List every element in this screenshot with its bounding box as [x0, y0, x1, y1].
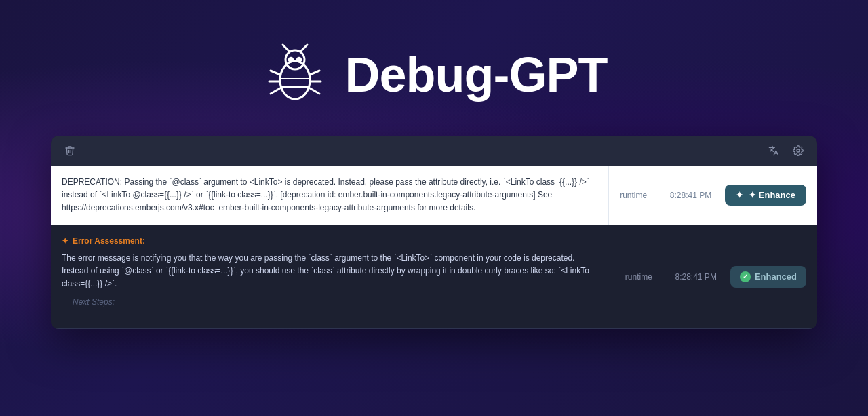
- error-assessment-label: Error Assessment:: [73, 235, 145, 248]
- page-content: Debug-GPT: [0, 0, 868, 416]
- check-icon: ✓: [740, 271, 751, 282]
- panel-toolbar: [51, 136, 817, 166]
- meta-tag-1: runtime: [620, 191, 647, 200]
- assessment-text: The error message is notifying you that …: [62, 253, 589, 288]
- svg-line-4: [271, 71, 280, 75]
- sparkle-icon: ✦: [736, 190, 743, 200]
- next-steps-label: Next Steps:: [73, 297, 115, 307]
- bug-icon: [261, 41, 329, 109]
- toolbar-right: [766, 143, 806, 159]
- enhanced-badge: ✓ Enhanced: [730, 266, 806, 288]
- svg-point-13: [297, 58, 301, 62]
- meta-time-1: 8:28:41 PM: [660, 191, 711, 200]
- svg-point-0: [280, 61, 310, 99]
- hero-title: Debug-GPT: [345, 50, 608, 99]
- console-meta-2: runtime 8:28:41 PM ✓ Enhanced: [614, 225, 817, 328]
- assessment-sparkle: ✦: [62, 235, 68, 248]
- console-row-enhanced: ✦ Error Assessment: The error message is…: [51, 225, 817, 329]
- svg-line-6: [271, 88, 280, 94]
- svg-line-7: [310, 71, 319, 75]
- console-row-deprecation: DEPRECATION: Passing the `@class` argume…: [51, 166, 817, 225]
- translate-button[interactable]: [766, 143, 782, 159]
- svg-point-12: [289, 58, 293, 62]
- enhance-button[interactable]: ✦ ✦ Enhance: [725, 185, 806, 206]
- svg-point-14: [797, 149, 800, 152]
- meta-time-2: 8:28:41 PM: [666, 272, 717, 282]
- trash-button[interactable]: [62, 143, 78, 159]
- svg-line-2: [283, 45, 290, 52]
- svg-line-9: [310, 88, 319, 94]
- error-assessment-header: ✦ Error Assessment:: [62, 235, 603, 248]
- next-steps-section: Next Steps:: [62, 290, 603, 318]
- console-panel: DEPRECATION: Passing the `@class` argume…: [51, 136, 817, 329]
- console-meta-1: runtime 8:28:41 PM ✦ ✦ Enhance: [608, 166, 817, 225]
- console-message-enhanced: ✦ Error Assessment: The error message is…: [51, 225, 614, 328]
- svg-line-3: [300, 45, 307, 52]
- console-message-deprecation: DEPRECATION: Passing the `@class` argume…: [51, 166, 608, 225]
- enhance-button-label: ✦ Enhance: [749, 190, 795, 200]
- meta-tag-2: runtime: [625, 272, 652, 282]
- settings-button[interactable]: [790, 143, 806, 159]
- toolbar-left: [62, 143, 78, 159]
- hero-section: Debug-GPT: [261, 0, 608, 136]
- enhanced-badge-label: Enhanced: [755, 271, 797, 282]
- deprecation-text: DEPRECATION: Passing the `@class` argume…: [62, 177, 589, 212]
